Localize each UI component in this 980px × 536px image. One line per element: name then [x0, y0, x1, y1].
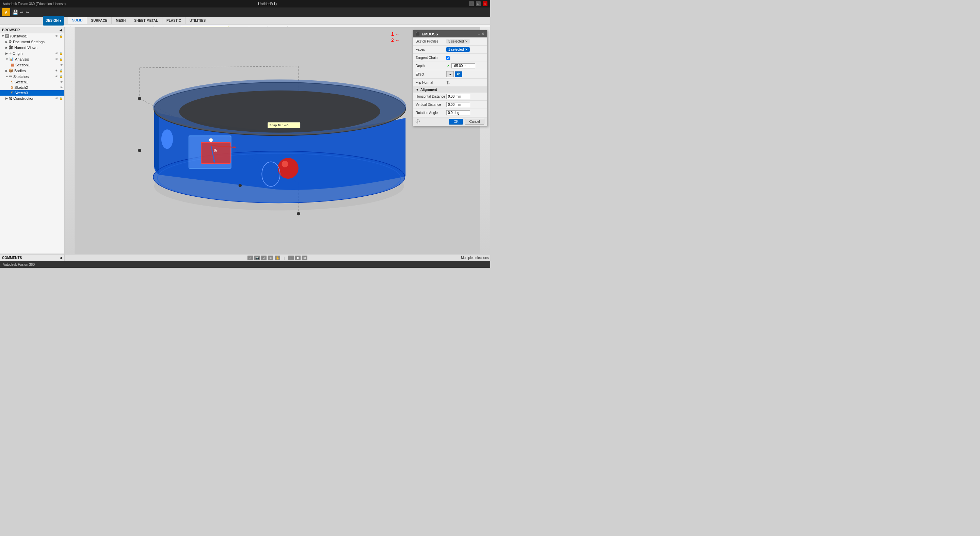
maximize-button[interactable]: □ — [476, 2, 480, 6]
svg-point-17 — [209, 138, 213, 142]
tab-mesh[interactable]: MESH — [111, 17, 130, 24]
effect-btn-1[interactable]: ☁ — [446, 71, 454, 77]
design-dropdown[interactable]: DESIGN ▾ — [43, 16, 64, 25]
tree-item-sketch2[interactable]: S Sketch2 👁 — [0, 85, 64, 90]
vp-refresh[interactable]: ↺ — [261, 256, 267, 260]
undo-button[interactable]: ↩ — [20, 10, 24, 14]
alignment-header[interactable]: ▼ Alignment — [413, 87, 487, 92]
sketch-profiles-clear[interactable]: ✕ — [465, 40, 468, 43]
tree-item-unsaved[interactable]: ▼ B (Unsaved) 👁 🔒 — [0, 33, 64, 39]
rotation-angle-value — [446, 110, 484, 115]
ribbon-tabs: DESIGN ▾ SOLID SURFACE MESH SHEET METAL … — [0, 17, 490, 24]
tree-item-doc-settings[interactable]: ▶ ⚙ Document Settings — [0, 39, 64, 45]
svg-text:⊕: ⊕ — [213, 148, 217, 153]
sidebar-pin[interactable]: ◀ — [60, 28, 62, 32]
sketch-profiles-value: 3 selected ✕ — [446, 39, 484, 44]
emboss-header: ⬛ EMBOSS – ✕ — [413, 30, 487, 37]
vertical-distance-label: Vertical Distance — [415, 103, 446, 107]
tree-item-named-views[interactable]: ▶ 🎥 Named Views — [0, 45, 64, 50]
effect-row: Effect ☁ 🌊 — [413, 70, 487, 79]
tree-item-bodies[interactable]: ▶ 📦 Bodies 👁 🔒 — [0, 68, 64, 73]
depth-label: Depth — [415, 64, 446, 68]
tree-item-sketches[interactable]: ▼ ✏ Sketches 👁 🔒 — [0, 73, 64, 79]
effect-btn-2[interactable]: 🌊 — [455, 71, 462, 77]
viewport: ⊕ Snap To : -40 TOP L — [65, 27, 490, 254]
ok-button[interactable]: OK — [449, 119, 463, 124]
svg-point-31 — [239, 184, 242, 187]
emboss-footer: ⓘ OK Cancel — [413, 117, 487, 126]
depth-input[interactable] — [451, 63, 475, 68]
tree-item-sketch1[interactable]: S Sketch1 👁 — [0, 79, 64, 85]
sketch-profiles-label: Sketch Profiles — [415, 40, 446, 43]
vertical-distance-row: Vertical Distance — [413, 101, 487, 109]
depth-value: ↗ — [446, 63, 484, 68]
horizontal-distance-row: Horizontal Distance — [413, 92, 487, 101]
flip-normal-row: Flip Normal ⇅ — [413, 79, 487, 87]
emboss-icon: ⬛ — [415, 32, 420, 36]
titlebar: Autodesk Fusion 360 (Education License) … — [0, 0, 490, 8]
tangent-chain-checkbox[interactable] — [446, 56, 450, 60]
close-button[interactable]: ✕ — [483, 2, 487, 6]
vp-display2[interactable]: ■ — [295, 256, 301, 260]
tangent-chain-value — [446, 56, 484, 60]
comments-pin[interactable]: ◀ — [60, 256, 62, 260]
vp-pan[interactable]: ✋ — [275, 256, 280, 260]
tree-item-section1[interactable]: ▦ Section1 👁 — [0, 62, 64, 68]
tangent-chain-row: Tangent Chain — [413, 54, 487, 62]
tree-item-origin[interactable]: ▶ ✛ Origin 👁 🔒 — [0, 50, 64, 56]
svg-point-25 — [282, 161, 288, 167]
app-name: Autodesk Fusion 360 (Education License) — [3, 2, 66, 6]
sidebar: BROWSER ◀ ▼ B (Unsaved) 👁 🔒 ▶ ⚙ Document… — [0, 27, 65, 253]
emboss-close[interactable]: ✕ — [481, 32, 484, 36]
vp-home[interactable]: ⌂ — [247, 256, 253, 260]
file-name: Untitled*(1) — [258, 2, 277, 6]
tab-sheet-metal[interactable]: SHEET METAL — [130, 17, 162, 24]
faces-label: Faces — [415, 48, 446, 51]
minimize-button[interactable]: – — [469, 2, 474, 6]
tab-solid[interactable]: SOLID — [68, 17, 87, 24]
faces-clear[interactable]: ✕ — [465, 48, 468, 51]
emboss-minimize[interactable]: – — [478, 32, 480, 36]
alignment-arrow: ▼ — [415, 88, 419, 92]
svg-point-24 — [278, 158, 299, 179]
vp-camera[interactable]: 📷 — [254, 256, 260, 260]
alignment-label: Alignment — [420, 88, 437, 92]
rotation-angle-input[interactable] — [446, 110, 470, 115]
rotation-angle-label: Rotation Angle — [415, 111, 446, 115]
app-icon[interactable]: A — [2, 8, 10, 16]
svg-text:Snap To : -40: Snap To : -40 — [269, 123, 288, 127]
sketch-profiles-badge[interactable]: 3 selected ✕ — [446, 39, 470, 44]
emboss-panel: ⬛ EMBOSS – ✕ Sketch Profiles 3 selected … — [412, 30, 487, 126]
info-icon[interactable]: ⓘ — [415, 119, 420, 124]
vp-sep: | — [282, 256, 287, 260]
cancel-button[interactable]: Cancel — [465, 119, 484, 124]
redo-button[interactable]: ↪ — [25, 10, 29, 14]
faces-badge[interactable]: 1 selected ✕ — [446, 47, 470, 52]
vp-zoom[interactable]: ⊕ — [268, 256, 273, 260]
faces-row: Faces 1 selected ✕ — [413, 46, 487, 54]
vp-display3[interactable]: ⊞ — [302, 256, 307, 260]
horizontal-distance-input[interactable] — [446, 94, 470, 99]
svg-point-23 — [161, 129, 173, 149]
flip-icon[interactable]: ⇅ — [446, 80, 450, 86]
window-controls[interactable]: – □ ✕ — [469, 2, 487, 6]
tree-item-sketch3[interactable]: S Sketch3 — [0, 90, 64, 95]
tree-item-construction[interactable]: ▶ 🏗 Construction 👁 🔒 — [0, 95, 64, 101]
faces-value: 1 selected ✕ — [446, 47, 484, 52]
horizontal-distance-label: Horizontal Distance — [415, 95, 446, 99]
comments-label: COMMENTS — [2, 256, 22, 260]
multiple-selections-text: Multiple selections — [461, 256, 489, 260]
tab-utilities[interactable]: UTILITIES — [186, 17, 210, 24]
sidebar-header: BROWSER ◀ — [0, 27, 64, 33]
tab-plastic[interactable]: PLASTIC — [162, 17, 186, 24]
svg-point-30 — [297, 212, 300, 215]
vertical-distance-input[interactable] — [446, 102, 470, 107]
tab-surface[interactable]: SURFACE — [87, 17, 112, 24]
effect-buttons: ☁ 🌊 — [446, 71, 484, 77]
vp-display1[interactable]: □ — [288, 256, 294, 260]
tree-item-analysis[interactable]: ▼ 📊 Analysis 👁 🔒 — [0, 56, 64, 62]
sketch-profiles-row: Sketch Profiles 3 selected ✕ — [413, 37, 487, 46]
save-button[interactable]: 💾 — [12, 10, 18, 15]
flip-normal-value: ⇅ — [446, 80, 484, 86]
svg-point-28 — [138, 149, 141, 152]
